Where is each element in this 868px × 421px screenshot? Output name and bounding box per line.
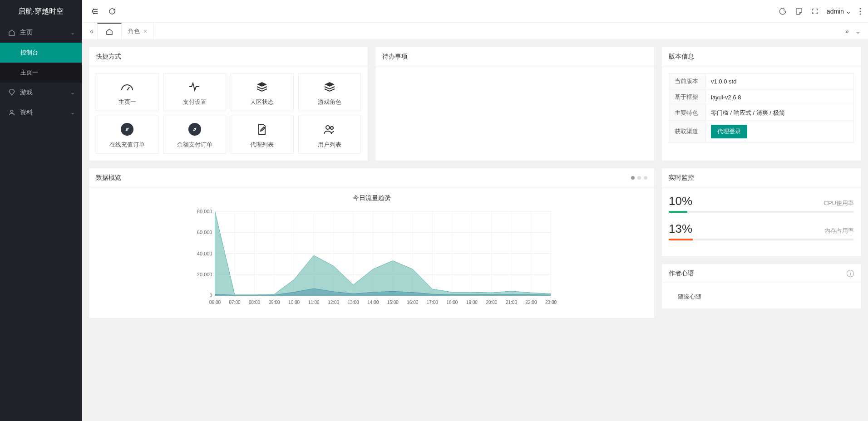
shortcut-agent-list[interactable]: 代理列表: [231, 116, 294, 154]
cpu-value: 10%: [669, 194, 692, 208]
version-table: 当前版本v1.0.0 std 基于框架layui-v2.6.8 主要特色零门槛 …: [669, 73, 854, 142]
shortcut-pay-settings[interactable]: 支付设置: [163, 73, 227, 111]
file-edit-icon: [257, 122, 267, 136]
version-card: 版本信息 当前版本v1.0.0 std 基于框架layui-v2.6.8 主要特…: [661, 47, 861, 161]
chevron-down-icon: ⌄: [70, 29, 75, 36]
nav-item-material[interactable]: 资料 ⌄: [0, 103, 82, 122]
svg-text:09:00: 09:00: [269, 300, 280, 305]
chevron-down-icon: ⌄: [70, 109, 75, 116]
author-card: 作者心语 i 随缘心随: [661, 264, 861, 309]
info-icon[interactable]: i: [847, 270, 854, 277]
table-row: 基于框架layui-v2.6.8: [669, 89, 854, 105]
shortcut-game-role[interactable]: 游戏角色: [298, 73, 361, 111]
nav-item-game[interactable]: 游戏 ⌄: [0, 83, 82, 103]
mem-fill: [669, 239, 693, 240]
shortcut-zone-status[interactable]: 大区状态: [231, 73, 294, 111]
user-icon: [8, 109, 15, 116]
app-logo: 启航·穿越时空: [0, 0, 82, 23]
svg-text:20:00: 20:00: [486, 300, 497, 305]
data-overview-card: 数据概览 今日流量趋势 020,00040,00060,00080,00006:…: [89, 168, 655, 318]
svg-text:12:00: 12:00: [328, 300, 339, 305]
table-row: 获取渠道代理登录: [669, 121, 854, 142]
theme-icon[interactable]: [779, 7, 787, 15]
home-icon: [106, 28, 113, 35]
svg-point-0: [10, 110, 13, 113]
close-icon[interactable]: ×: [143, 28, 147, 35]
fullscreen-icon[interactable]: [811, 8, 819, 15]
svg-point-3: [860, 13, 861, 15]
user-menu[interactable]: admin ⌄: [827, 8, 851, 15]
svg-text:19:00: 19:00: [466, 300, 478, 305]
svg-text:60,000: 60,000: [197, 230, 212, 235]
svg-point-4: [326, 126, 330, 129]
svg-text:15:00: 15:00: [387, 300, 399, 305]
shortcut-user-list[interactable]: 用户列表: [298, 116, 361, 154]
shortcut-label: 在线充值订单: [109, 141, 145, 149]
tab-home[interactable]: [97, 23, 122, 40]
shortcut-online-orders[interactable]: 在线充值订单: [96, 116, 159, 154]
nav-label: 控制台: [20, 49, 38, 57]
version-channel-label: 获取渠道: [669, 121, 705, 142]
traffic-chart: 020,00040,00060,00080,00006:0007:0008:00…: [114, 207, 634, 307]
tab-label: 角色: [128, 27, 140, 35]
svg-text:16:00: 16:00: [407, 300, 418, 305]
header: admin ⌄: [82, 0, 868, 23]
shortcuts-grid: 主页一 支付设置 大区状态 游戏角色: [96, 73, 361, 154]
shortcut-balance-orders[interactable]: 余额支付订单: [163, 116, 227, 154]
svg-text:80,000: 80,000: [197, 209, 212, 214]
chevron-down-icon: ⌄: [846, 8, 851, 15]
tab-next-button[interactable]: »: [842, 23, 853, 40]
nav-item-console[interactable]: 控制台: [0, 43, 82, 63]
cpu-label: CPU使用率: [824, 199, 854, 207]
card-title: 待办事项: [382, 53, 408, 61]
svg-text:13:00: 13:00: [348, 300, 359, 305]
carousel-dot[interactable]: [644, 176, 647, 180]
chart-title: 今日流量趋势: [96, 194, 647, 202]
version-current-value: v1.0.0 std: [705, 73, 854, 89]
author-quote: 随缘心随: [669, 290, 854, 302]
compass-icon: [188, 122, 201, 136]
tab-menu-button[interactable]: ⌄: [853, 23, 863, 40]
more-icon[interactable]: [859, 8, 861, 15]
table-row: 当前版本v1.0.0 std: [669, 73, 854, 89]
shortcut-label: 游戏角色: [318, 98, 341, 106]
table-row: 主要特色零门槛 / 响应式 / 清爽 / 极简: [669, 105, 854, 121]
nav-item-home1[interactable]: 主页一: [0, 63, 82, 83]
nav-sub-home: 控制台 主页一: [0, 43, 82, 83]
shortcut-label: 代理列表: [250, 141, 274, 149]
tab-prev-button[interactable]: «: [86, 23, 97, 40]
tabbar: « 角色 × » ⌄: [82, 23, 868, 40]
shortcut-label: 余额支付订单: [177, 141, 212, 149]
svg-text:07:00: 07:00: [229, 300, 241, 305]
main: admin ⌄ « 角色 × »: [82, 0, 868, 421]
nav-label: 主页一: [20, 69, 38, 77]
svg-text:11:00: 11:00: [308, 300, 320, 305]
shortcut-label: 大区状态: [250, 98, 274, 106]
svg-point-2: [860, 10, 861, 12]
user-name: admin: [827, 8, 844, 15]
card-title: 版本信息: [669, 53, 694, 61]
svg-point-1: [860, 8, 861, 9]
svg-text:18:00: 18:00: [446, 300, 458, 305]
version-features-value: 零门槛 / 响应式 / 清爽 / 极简: [705, 105, 854, 121]
nav-label: 资料: [20, 108, 33, 117]
card-title: 快捷方式: [96, 53, 121, 61]
shortcut-label: 主页一: [118, 98, 136, 106]
sidebar-toggle-button[interactable]: [89, 5, 101, 18]
carousel-dot[interactable]: [631, 176, 635, 180]
card-title: 实时监控: [669, 174, 694, 182]
shortcut-home1[interactable]: 主页一: [96, 73, 159, 111]
mem-progress: 13% 内存占用率: [669, 222, 854, 240]
version-features-label: 主要特色: [669, 105, 705, 121]
diamond-icon: [8, 89, 15, 96]
svg-text:20,000: 20,000: [197, 272, 212, 277]
todo-card: 待办事项: [375, 47, 655, 161]
tab-roles[interactable]: 角色 ×: [122, 23, 154, 40]
layers-icon: [256, 80, 268, 93]
refresh-button[interactable]: [106, 5, 118, 18]
chevron-down-icon: ⌄: [70, 89, 75, 96]
agent-login-button[interactable]: 代理登录: [711, 125, 747, 138]
note-icon[interactable]: [795, 7, 803, 15]
nav-item-home[interactable]: 主页 ⌄: [0, 23, 82, 43]
carousel-dot[interactable]: [637, 176, 641, 180]
